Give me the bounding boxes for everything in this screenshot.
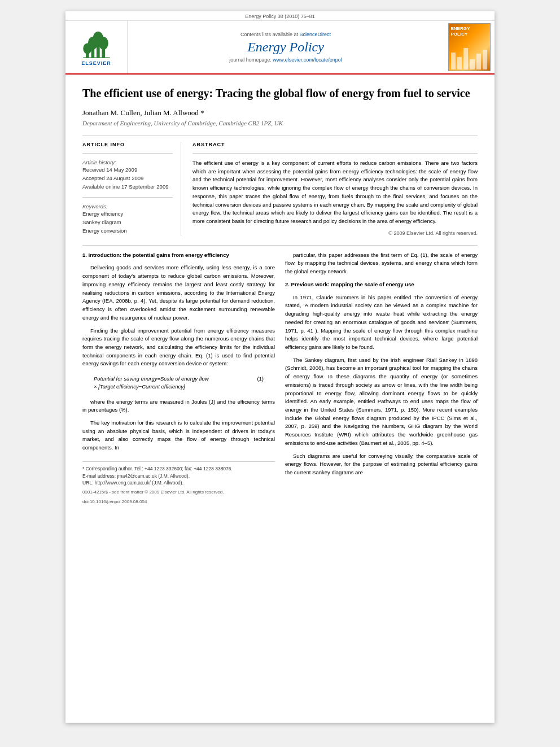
section1-para1: Delivering goods and services more effic… [82,264,275,322]
elsevier-brand-text: ELSEVIER [81,60,111,66]
elsevier-logo: ELSEVIER [80,28,113,66]
abstract-section: ABSTRACT The efficient use of energy is … [193,142,478,236]
keyword-2: Sankey diagram [82,218,173,226]
journal-cover-image: ENERGY POLICY [448,23,491,71]
cover-bar-1 [451,53,456,69]
received-date: Received 14 May 2009 [82,165,173,174]
accepted-date: Accepted 24 August 2009 [82,174,173,182]
journal-citation: Energy Policy 38 (2010) 75–81 [245,14,315,19]
keyword-3: Energy conversion [82,226,173,235]
abstract-text: The efficient use of energy is a key com… [193,159,478,226]
history-label: Article history: [82,159,173,165]
affiliation: Department of Engineering, University of… [82,120,478,126]
abstract-heading: ABSTRACT [193,142,478,147]
section1-para3: where the energy terms are measured in J… [82,398,275,414]
authors: Jonathan M. Cullen, Julian M. Allwood * [82,108,478,117]
equation-number: (1) [257,375,264,383]
cover-title-line2: POLICY [451,32,468,37]
issn-line: 0301-4215/$ - see front matter © 2009 El… [82,489,275,496]
section1-right-para: particular, this paper addresses the fir… [285,251,478,276]
footnote-area: * Corresponding author. Tel.: +44 1223 3… [82,461,275,505]
section1-para2: Finding the global improvement potential… [82,327,275,369]
section2-para2: The Sankey diagram, first used by the Ir… [285,356,478,448]
elsevier-logo-area: ELSEVIER [65,21,128,73]
section1-heading: 1. Introduction: the potential gains fro… [82,251,275,260]
homepage-url[interactable]: www.elsevier.com/locate/enpol [273,57,342,63]
svg-point-7 [98,37,108,50]
svg-rect-1 [91,49,94,58]
left-column: 1. Introduction: the potential gains fro… [82,251,275,505]
svg-rect-3 [102,49,105,58]
footnote-email: E-mail address: jma42@cam.ac.uk (J.M. Al… [82,473,275,480]
section2-heading: 2. Previous work: mapping the scale of e… [285,281,478,289]
equation-line2: × [Target efficiency−Current efficiency] [94,383,185,390]
journal-header: ELSEVIER Contents lists available at Sci… [65,20,495,75]
cover-bar-5 [476,54,481,69]
sciencedirect-link[interactable]: ScienceDirect [300,32,331,37]
copyright: © 2009 Elsevier Ltd. All rights reserved… [193,230,478,236]
cover-title-line1: ENERGY [451,26,470,32]
section1-para4: The key motivation for this research is … [82,419,275,452]
sciencedirect-notice: Contents lists available at ScienceDirec… [240,32,331,37]
cover-bar-4 [470,59,474,69]
article-content: The efficient use of energy: Tracing the… [65,75,495,517]
cover-decorative-bars [449,48,490,71]
equation-line1: Potential for saving energy=Scale of ene… [94,375,209,382]
journal-cover-area: ENERGY POLICY [444,21,495,73]
equation-block: Potential for saving energy=Scale of ene… [82,373,275,394]
journal-title: Energy Policy [247,40,324,55]
footnote-url: URL: http://www.eng.cam.ac.uk/ (J.M. All… [82,479,275,487]
article-page: Energy Policy 38 (2010) 75–81 [65,11,495,723]
elsevier-tree-icon [80,28,113,59]
article-title: The efficient use of energy: Tracing the… [82,86,478,101]
article-info-heading: ARTICLE INFO [82,142,173,147]
article-history: Article history: Received 14 May 2009 Ac… [82,159,173,191]
journal-title-area: Contents lists available at ScienceDirec… [128,21,444,73]
keywords-section: Keywords: Energy efficiency Sankey diagr… [82,203,173,235]
cover-bar-6 [483,50,487,69]
available-date: Available online 17 September 2009 [82,182,173,191]
cover-bar-3 [463,48,468,69]
footnote-corresponding: * Corresponding author. Tel.: +44 1223 3… [82,465,275,473]
right-column: particular, this paper addresses the fir… [285,251,478,505]
cover-bar-2 [457,57,462,69]
doi-line: doi:10.1016/j.enpol.2009.08.054 [82,499,275,505]
divider-1 [82,136,478,136]
section2-para1: In 1971, Claude Summers in his paper ent… [285,294,478,352]
divider-body [82,245,478,246]
keyword-1: Energy efficiency [82,209,173,218]
section2-para3: Such diagrams are useful for conveying v… [285,452,478,477]
info-abstract-section: ARTICLE INFO Article history: Received 1… [82,142,478,236]
divider-keywords [82,197,173,198]
equation-text: Potential for saving energy=Scale of ene… [94,375,257,391]
divider-info [82,153,173,154]
header-main: ELSEVIER Contents lists available at Sci… [65,20,495,73]
keywords-label: Keywords: [82,203,173,209]
journal-info-top: Energy Policy 38 (2010) 75–81 [65,11,495,20]
divider-abstract [193,153,478,154]
journal-homepage: journal homepage: www.elsevier.com/locat… [229,57,342,63]
body-columns: 1. Introduction: the potential gains fro… [82,251,478,505]
article-info-box: ARTICLE INFO Article history: Received 1… [82,142,181,236]
